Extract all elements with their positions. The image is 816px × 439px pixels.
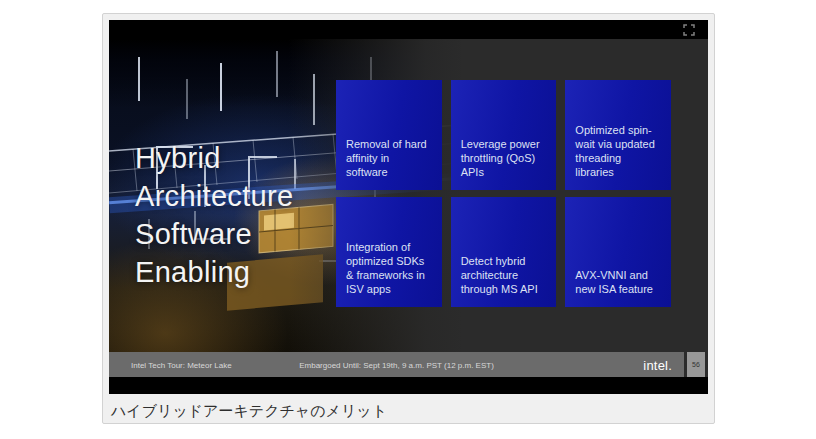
tile-label: Leverage power throttling (QoS) APIs <box>461 137 540 179</box>
video-top-letterbox <box>109 20 708 39</box>
slide-page-number: 56 <box>687 352 705 377</box>
video-player[interactable]: Hybrid Architecture Software Enabling Re… <box>109 20 708 394</box>
fullscreen-icon[interactable] <box>683 24 695 36</box>
tile-label: Removal of hard affinity in software <box>346 137 427 179</box>
footer-embargo-text: Embargoed Until: Sept 19th, 9 a.m. PST (… <box>299 360 494 369</box>
benefit-tile-qos-apis: Leverage power throttling (QoS) APIs <box>451 80 557 190</box>
tile-label: Optimized spin- wait via updated threadi… <box>575 123 655 179</box>
slide-title: Hybrid Architecture Software Enabling <box>135 139 293 291</box>
benefit-tile-ms-api: Detect hybrid architecture through MS AP… <box>451 197 557 307</box>
slide-canvas: Hybrid Architecture Software Enabling Re… <box>109 39 708 377</box>
benefit-tile-spin-wait: Optimized spin- wait via updated threadi… <box>565 80 671 190</box>
slide-figure: Hybrid Architecture Software Enabling Re… <box>102 13 715 424</box>
benefit-tile-sdk-integration: Integration of optimized SDKs & framewor… <box>336 197 442 307</box>
figure-caption: ハイブリッドアーキテクチャのメリット <box>111 402 708 421</box>
tile-label: Integration of optimized SDKs & framewor… <box>346 240 425 296</box>
benefit-tile-avx-vnni: AVX-VNNI and new ISA feature <box>565 197 671 307</box>
page: Hybrid Architecture Software Enabling Re… <box>0 0 816 439</box>
tile-label: AVX-VNNI and new ISA feature <box>575 268 653 296</box>
benefit-tiles-grid: Removal of hard affinity in software Lev… <box>336 80 671 307</box>
tile-label: Detect hybrid architecture through MS AP… <box>461 254 538 296</box>
slide-footer-bar: Intel Tech Tour: Meteor Lake Embargoed U… <box>109 352 684 377</box>
benefit-tile-hard-affinity: Removal of hard affinity in software <box>336 80 442 190</box>
intel-logo: intel. <box>643 357 672 372</box>
footer-event-name: Intel Tech Tour: Meteor Lake <box>131 360 232 369</box>
